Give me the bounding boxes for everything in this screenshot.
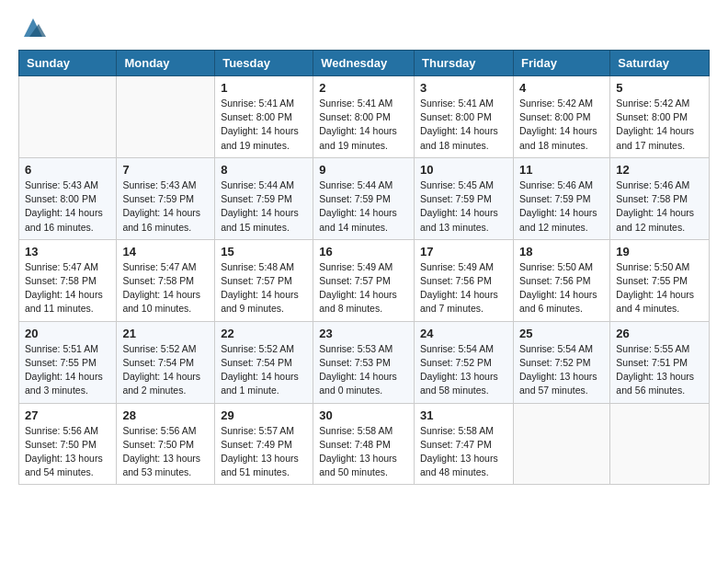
- calendar-cell: [117, 76, 215, 158]
- day-info: Sunrise: 5:52 AM Sunset: 7:54 PM Dayligh…: [122, 342, 209, 398]
- day-number: 19: [616, 245, 703, 259]
- day-number: 3: [420, 81, 507, 95]
- calendar-cell: 21Sunrise: 5:52 AM Sunset: 7:54 PM Dayli…: [117, 321, 215, 403]
- calendar-cell: 10Sunrise: 5:45 AM Sunset: 7:59 PM Dayli…: [415, 157, 514, 239]
- day-info: Sunrise: 5:51 AM Sunset: 7:55 PM Dayligh…: [25, 342, 110, 398]
- day-number: 17: [420, 245, 507, 259]
- day-number: 14: [122, 245, 209, 259]
- calendar-cell: 17Sunrise: 5:49 AM Sunset: 7:56 PM Dayli…: [415, 239, 514, 321]
- day-info: Sunrise: 5:41 AM Sunset: 8:00 PM Dayligh…: [420, 97, 507, 153]
- day-number: 7: [122, 163, 209, 177]
- day-info: Sunrise: 5:42 AM Sunset: 8:00 PM Dayligh…: [519, 97, 604, 153]
- day-number: 10: [420, 163, 507, 177]
- calendar-cell: 6Sunrise: 5:43 AM Sunset: 8:00 PM Daylig…: [19, 157, 117, 239]
- calendar-cell: 22Sunrise: 5:52 AM Sunset: 7:54 PM Dayli…: [215, 321, 313, 403]
- header: [18, 15, 710, 40]
- weekday-header-tuesday: Tuesday: [215, 51, 313, 76]
- calendar-cell: 20Sunrise: 5:51 AM Sunset: 7:55 PM Dayli…: [19, 321, 117, 403]
- weekday-header-friday: Friday: [513, 51, 609, 76]
- day-number: 11: [519, 163, 604, 177]
- day-info: Sunrise: 5:54 AM Sunset: 7:52 PM Dayligh…: [420, 342, 507, 398]
- day-number: 18: [519, 245, 604, 259]
- week-row-1: 1Sunrise: 5:41 AM Sunset: 8:00 PM Daylig…: [19, 76, 710, 158]
- day-info: Sunrise: 5:41 AM Sunset: 8:00 PM Dayligh…: [319, 97, 408, 153]
- weekday-header-saturday: Saturday: [610, 51, 710, 76]
- day-number: 2: [319, 81, 408, 95]
- page: SundayMondayTuesdayWednesdayThursdayFrid…: [0, 0, 728, 563]
- day-info: Sunrise: 5:49 AM Sunset: 7:56 PM Dayligh…: [420, 260, 507, 316]
- day-info: Sunrise: 5:57 AM Sunset: 7:49 PM Dayligh…: [221, 424, 307, 480]
- day-number: 15: [221, 245, 307, 259]
- calendar-cell: 19Sunrise: 5:50 AM Sunset: 7:55 PM Dayli…: [610, 239, 710, 321]
- calendar-cell: 31Sunrise: 5:58 AM Sunset: 7:47 PM Dayli…: [415, 403, 514, 485]
- calendar-cell: 24Sunrise: 5:54 AM Sunset: 7:52 PM Dayli…: [415, 321, 514, 403]
- day-info: Sunrise: 5:44 AM Sunset: 7:59 PM Dayligh…: [319, 178, 408, 235]
- calendar-cell: 25Sunrise: 5:54 AM Sunset: 7:52 PM Dayli…: [513, 321, 609, 403]
- day-number: 1: [221, 81, 307, 95]
- day-number: 26: [616, 327, 703, 340]
- calendar-cell: 16Sunrise: 5:49 AM Sunset: 7:57 PM Dayli…: [313, 239, 415, 321]
- day-number: 27: [25, 408, 110, 422]
- day-info: Sunrise: 5:45 AM Sunset: 7:59 PM Dayligh…: [420, 178, 507, 235]
- day-info: Sunrise: 5:41 AM Sunset: 8:00 PM Dayligh…: [221, 97, 307, 153]
- weekday-header-wednesday: Wednesday: [313, 51, 415, 76]
- day-info: Sunrise: 5:44 AM Sunset: 7:59 PM Dayligh…: [221, 178, 307, 235]
- day-info: Sunrise: 5:42 AM Sunset: 8:00 PM Dayligh…: [616, 97, 703, 153]
- day-info: Sunrise: 5:58 AM Sunset: 7:48 PM Dayligh…: [319, 424, 408, 480]
- week-row-5: 27Sunrise: 5:56 AM Sunset: 7:50 PM Dayli…: [19, 403, 710, 485]
- calendar-cell: 9Sunrise: 5:44 AM Sunset: 7:59 PM Daylig…: [313, 157, 415, 239]
- calendar-cell: 7Sunrise: 5:43 AM Sunset: 7:59 PM Daylig…: [117, 157, 215, 239]
- logo: [18, 15, 46, 40]
- day-number: 4: [519, 81, 604, 95]
- day-number: 29: [221, 408, 307, 422]
- calendar-cell: 8Sunrise: 5:44 AM Sunset: 7:59 PM Daylig…: [215, 157, 313, 239]
- day-info: Sunrise: 5:53 AM Sunset: 7:53 PM Dayligh…: [319, 342, 408, 398]
- day-info: Sunrise: 5:48 AM Sunset: 7:57 PM Dayligh…: [221, 260, 307, 316]
- day-number: 24: [420, 327, 507, 340]
- day-info: Sunrise: 5:54 AM Sunset: 7:52 PM Dayligh…: [519, 342, 604, 398]
- logo-icon: [20, 15, 46, 40]
- calendar-cell: 2Sunrise: 5:41 AM Sunset: 8:00 PM Daylig…: [313, 76, 415, 158]
- day-number: 20: [25, 327, 110, 340]
- day-number: 25: [519, 327, 604, 340]
- day-info: Sunrise: 5:47 AM Sunset: 7:58 PM Dayligh…: [25, 260, 110, 316]
- calendar-cell: 18Sunrise: 5:50 AM Sunset: 7:56 PM Dayli…: [513, 239, 609, 321]
- day-number: 16: [319, 245, 408, 259]
- calendar-cell: 27Sunrise: 5:56 AM Sunset: 7:50 PM Dayli…: [19, 403, 117, 485]
- calendar-cell: 12Sunrise: 5:46 AM Sunset: 7:58 PM Dayli…: [610, 157, 710, 239]
- calendar-cell: 13Sunrise: 5:47 AM Sunset: 7:58 PM Dayli…: [19, 239, 117, 321]
- weekday-header-monday: Monday: [117, 51, 215, 76]
- day-info: Sunrise: 5:56 AM Sunset: 7:50 PM Dayligh…: [122, 424, 209, 480]
- day-number: 21: [122, 327, 209, 340]
- day-number: 5: [616, 81, 703, 95]
- day-info: Sunrise: 5:46 AM Sunset: 7:58 PM Dayligh…: [616, 178, 703, 235]
- calendar-cell: 26Sunrise: 5:55 AM Sunset: 7:51 PM Dayli…: [610, 321, 710, 403]
- calendar-cell: 28Sunrise: 5:56 AM Sunset: 7:50 PM Dayli…: [117, 403, 215, 485]
- day-info: Sunrise: 5:52 AM Sunset: 7:54 PM Dayligh…: [221, 342, 307, 398]
- day-number: 6: [25, 163, 110, 177]
- day-info: Sunrise: 5:47 AM Sunset: 7:58 PM Dayligh…: [122, 260, 209, 316]
- day-info: Sunrise: 5:56 AM Sunset: 7:50 PM Dayligh…: [25, 424, 110, 480]
- calendar-cell: [610, 403, 710, 485]
- weekday-header-sunday: Sunday: [19, 51, 117, 76]
- calendar-cell: 4Sunrise: 5:42 AM Sunset: 8:00 PM Daylig…: [513, 76, 609, 158]
- calendar-cell: 30Sunrise: 5:58 AM Sunset: 7:48 PM Dayli…: [313, 403, 415, 485]
- day-number: 31: [420, 408, 507, 422]
- day-number: 22: [221, 327, 307, 340]
- week-row-2: 6Sunrise: 5:43 AM Sunset: 8:00 PM Daylig…: [19, 157, 710, 239]
- day-info: Sunrise: 5:58 AM Sunset: 7:47 PM Dayligh…: [420, 424, 507, 480]
- day-number: 12: [616, 163, 703, 177]
- calendar-cell: 5Sunrise: 5:42 AM Sunset: 8:00 PM Daylig…: [610, 76, 710, 158]
- day-info: Sunrise: 5:50 AM Sunset: 7:55 PM Dayligh…: [616, 260, 703, 316]
- day-info: Sunrise: 5:43 AM Sunset: 8:00 PM Dayligh…: [25, 178, 110, 235]
- calendar-cell: [19, 76, 117, 158]
- calendar-cell: 29Sunrise: 5:57 AM Sunset: 7:49 PM Dayli…: [215, 403, 313, 485]
- calendar-table: SundayMondayTuesdayWednesdayThursdayFrid…: [18, 50, 710, 485]
- day-number: 13: [25, 245, 110, 259]
- day-number: 30: [319, 408, 408, 422]
- calendar-cell: [513, 403, 609, 485]
- day-info: Sunrise: 5:46 AM Sunset: 7:59 PM Dayligh…: [519, 178, 604, 235]
- day-number: 8: [221, 163, 307, 177]
- calendar-cell: 11Sunrise: 5:46 AM Sunset: 7:59 PM Dayli…: [513, 157, 609, 239]
- day-info: Sunrise: 5:49 AM Sunset: 7:57 PM Dayligh…: [319, 260, 408, 316]
